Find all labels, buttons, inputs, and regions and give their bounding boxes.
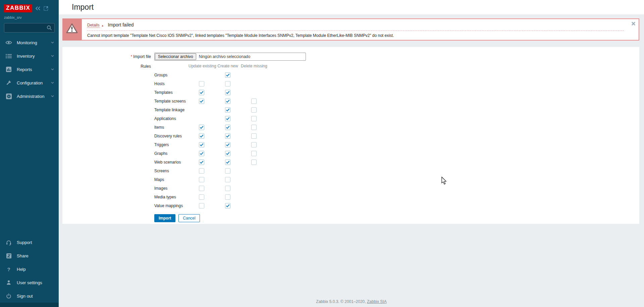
file-status-text: Ningún archivo seleccionado (199, 54, 250, 59)
checkbox-triggers-update-existing[interactable] (199, 142, 204, 147)
power-icon (5, 293, 12, 299)
checkbox-discovery-rules-update-existing[interactable] (199, 133, 204, 139)
logo-row: ZABBIX (0, 0, 59, 12)
checkbox-template-linkage-delete-missing[interactable] (251, 107, 257, 113)
sidebar-item-label: Monitoring (17, 40, 51, 45)
checkbox-media-types-update-existing[interactable] (199, 194, 204, 200)
checkbox-maps-update-existing[interactable] (199, 177, 204, 182)
sidebar-item-user-settings[interactable]: User settings (0, 276, 59, 289)
chevron-down-icon (51, 55, 54, 57)
sidebar-item-label: Share (17, 253, 54, 258)
checkbox-templates-create-new[interactable] (225, 90, 230, 95)
rule-label: Discovery rules (154, 134, 189, 138)
checkbox-templates-update-existing[interactable] (199, 90, 204, 95)
sidebar-item-label: Support (17, 240, 54, 245)
sidebar-item-sign-out[interactable]: Sign out (0, 289, 59, 303)
rule-label: Applications (154, 116, 189, 121)
checkbox-template-screens-create-new[interactable] (225, 99, 230, 104)
checkbox-media-types-create-new[interactable] (225, 194, 230, 200)
warning-triangle-icon (66, 23, 78, 35)
sidebar-item-support[interactable]: Support (0, 236, 59, 249)
hide-sidebar-icon[interactable] (44, 6, 48, 11)
checkbox-discovery-rules-delete-missing[interactable] (251, 133, 257, 139)
sidebar-item-label: Help (17, 267, 54, 272)
wrench-icon (5, 80, 12, 86)
checkbox-web-scenarios-update-existing[interactable] (199, 160, 204, 165)
checkbox-images-update-existing[interactable] (199, 186, 204, 191)
zabbix-logo[interactable]: ZABBIX (4, 4, 32, 12)
sidebar-item-help[interactable]: ?Help (0, 262, 59, 276)
checkbox-value-mappings-create-new[interactable] (225, 203, 230, 208)
checkbox-graphs-delete-missing[interactable] (251, 151, 257, 156)
column-header-update-existing: Update existing (189, 64, 215, 68)
search-icon[interactable] (47, 25, 52, 30)
checkbox-images-create-new[interactable] (225, 186, 230, 191)
checkbox-items-delete-missing[interactable] (251, 125, 257, 130)
list-icon (5, 54, 12, 58)
sidebar-item-share[interactable]: Share (0, 249, 59, 262)
rules-row-value-mappings: Value mappings (154, 201, 267, 210)
alert-divider (87, 30, 624, 31)
rules-row-web-scenarios: Web scenarios (154, 158, 267, 167)
checkbox-maps-create-new[interactable] (225, 177, 230, 182)
server-name: zabbix_srv (0, 12, 59, 19)
search-box (4, 23, 55, 33)
sidebar-item-monitoring[interactable]: Monitoring (0, 36, 59, 49)
rules-header: Update existing Create new Delete missin… (154, 64, 267, 68)
collapse-sidebar-icon[interactable] (35, 6, 41, 10)
rule-label: Template screens (154, 99, 189, 104)
checkbox-items-create-new[interactable] (225, 125, 230, 130)
rule-label: Maps (154, 177, 189, 182)
sidebar-item-administration[interactable]: Administration (0, 89, 59, 103)
checkbox-graphs-create-new[interactable] (225, 151, 230, 156)
checkbox-template-linkage-create-new[interactable] (225, 107, 230, 113)
checkbox-graphs-update-existing[interactable] (199, 151, 204, 156)
cancel-button[interactable]: Cancel (178, 214, 200, 222)
chevron-down-icon (51, 68, 54, 70)
rule-label: Groups (154, 73, 189, 77)
rules-row-media-types: Media types (154, 193, 267, 201)
checkbox-triggers-create-new[interactable] (225, 142, 230, 147)
rule-label: Media types (154, 195, 189, 199)
checkbox-template-screens-delete-missing[interactable] (251, 99, 257, 104)
checkbox-value-mappings-update-existing[interactable] (199, 203, 204, 208)
checkbox-applications-create-new[interactable] (225, 116, 230, 121)
sidebar-item-configuration[interactable]: Configuration (0, 76, 59, 89)
sidebar-item-label: Configuration (17, 80, 51, 85)
alert-body: Details ▲ Import failed Cannot import te… (81, 18, 639, 41)
checkbox-items-update-existing[interactable] (199, 125, 204, 130)
rule-label: Hosts (154, 81, 189, 86)
error-banner: Details ▲ Import failed Cannot import te… (62, 18, 639, 41)
checkbox-web-scenarios-create-new[interactable] (225, 160, 230, 165)
zabbix-sia-link[interactable]: Zabbix SIA (367, 299, 387, 304)
details-link[interactable]: Details (87, 23, 100, 28)
import-button[interactable]: Import (154, 214, 175, 222)
sidebar-item-label: Administration (17, 94, 51, 99)
checkbox-hosts-create-new[interactable] (225, 81, 230, 86)
bar-chart-icon (5, 67, 12, 72)
footer-text: Zabbix 5.0.3. © 2001–2020, (316, 299, 367, 304)
checkbox-web-scenarios-delete-missing[interactable] (251, 160, 257, 165)
rules-row-graphs: Graphs (154, 149, 267, 158)
checkbox-groups-create-new[interactable] (225, 72, 230, 78)
sidebar-item-reports[interactable]: Reports (0, 63, 59, 76)
checkbox-triggers-delete-missing[interactable] (251, 142, 257, 147)
checkbox-discovery-rules-create-new[interactable] (225, 133, 230, 139)
sidebar-item-inventory[interactable]: Inventory (0, 49, 59, 63)
chevron-up-icon: ▲ (101, 24, 104, 27)
chevron-down-icon (51, 95, 54, 97)
checkbox-applications-delete-missing[interactable] (251, 116, 257, 121)
file-select-button[interactable]: Seleccionar archivo (155, 53, 196, 60)
checkbox-hosts-update-existing[interactable] (199, 81, 204, 86)
search-input[interactable] (4, 25, 47, 30)
checkbox-screens-update-existing[interactable] (199, 168, 204, 174)
checkbox-screens-create-new[interactable] (225, 168, 230, 174)
alert-close-button[interactable] (632, 22, 635, 26)
rules-row-template-linkage: Template linkage (154, 106, 267, 114)
rule-label: Images (154, 186, 189, 191)
checkbox-template-screens-update-existing[interactable] (199, 99, 204, 104)
rules-row-screens: Screens (154, 167, 267, 175)
import-file-input[interactable]: Seleccionar archivo Ningún archivo selec… (154, 53, 306, 61)
sidebar-item-label: User settings (17, 280, 54, 285)
gear-icon (5, 94, 12, 99)
